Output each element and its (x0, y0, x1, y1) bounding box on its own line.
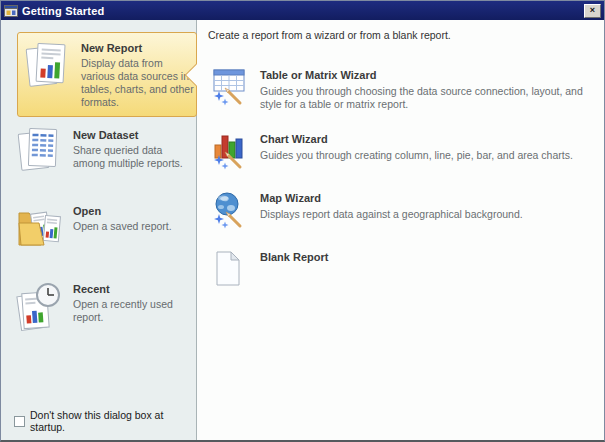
sidebar-item-text: New Dataset Share queried data among mul… (73, 127, 187, 170)
wizard-item-text: Map Wizard Displays report data against … (260, 190, 523, 229)
wizard-item-desc: Guides you through creating column, line… (260, 149, 573, 162)
close-button[interactable]: × (584, 4, 601, 18)
new-report-icon (23, 40, 75, 92)
wizard-item-title: Map Wizard (260, 192, 523, 204)
sidebar-item-title: New Report (81, 42, 194, 54)
recent-clock-icon (15, 281, 67, 337)
chart-wizard-icon (211, 132, 247, 170)
dont-show-at-startup-row[interactable]: Don't show this dialog box at startup. (14, 409, 196, 433)
wizard-item-desc: Displays report data against a geographi… (260, 208, 523, 221)
sidebar-item-desc: Open a recently used report. (73, 298, 187, 324)
wizard-item-text: Blank Report (260, 249, 328, 288)
map-wizard-item[interactable]: Map Wizard Displays report data against … (208, 190, 592, 229)
sidebar-item-new-report[interactable]: New Report Display data from various dat… (17, 32, 197, 117)
sidebar-item-text: New Report Display data from various dat… (81, 40, 194, 109)
sidebar-item-title: Recent (73, 283, 187, 295)
sidebar-item-text: Recent Open a recently used report. (73, 281, 187, 324)
wizard-item-text: Table or Matrix Wizard Guides you throug… (260, 67, 592, 111)
sidebar-item-desc: Share queried data among multiple report… (73, 144, 187, 170)
checkbox-unchecked-icon[interactable] (14, 416, 25, 427)
wizard-item-title: Blank Report (260, 251, 328, 263)
wizard-item-title: Table or Matrix Wizard (260, 69, 592, 81)
sidebar-item-desc: Open a saved report. (73, 220, 172, 233)
dialog-body: New Report Display data from various dat… (1, 20, 604, 440)
main-panel-header: Create a report from a wizard or from a … (208, 29, 592, 41)
chart-wizard-item[interactable]: Chart Wizard Guides you through creating… (208, 131, 592, 170)
main-panel: Create a report from a wizard or from a … (197, 20, 604, 440)
sidebar: New Report Display data from various dat… (1, 20, 197, 440)
titlebar[interactable]: Getting Started × (1, 1, 604, 20)
new-dataset-icon (15, 127, 67, 177)
wizard-item-text: Chart Wizard Guides you through creating… (260, 131, 573, 170)
table-or-matrix-wizard-item[interactable]: Table or Matrix Wizard Guides you throug… (208, 67, 592, 111)
open-folder-icon (15, 203, 67, 257)
report-builder-app-icon (4, 4, 18, 18)
checkbox-label: Don't show this dialog box at startup. (30, 409, 196, 433)
sidebar-item-open[interactable]: Open Open a saved report. (15, 203, 194, 257)
window-title: Getting Started (22, 5, 104, 17)
map-wizard-icon (211, 191, 247, 229)
sidebar-item-title: Open (73, 205, 172, 217)
table-or-matrix-wizard-icon (211, 68, 247, 111)
sidebar-item-title: New Dataset (73, 129, 187, 141)
wizard-item-desc: Guides you through choosing the data sou… (260, 85, 592, 111)
blank-report-icon (211, 250, 247, 288)
sidebar-item-recent[interactable]: Recent Open a recently used report. (15, 281, 194, 337)
blank-report-item[interactable]: Blank Report (208, 249, 592, 288)
close-icon: × (590, 5, 595, 15)
getting-started-dialog: Getting Started × (0, 0, 605, 442)
sidebar-item-text: Open Open a saved report. (73, 203, 172, 233)
sidebar-item-new-dataset[interactable]: New Dataset Share queried data among mul… (15, 127, 194, 177)
sidebar-item-desc: Display data from various data sources i… (81, 57, 194, 109)
wizard-item-title: Chart Wizard (260, 133, 573, 145)
